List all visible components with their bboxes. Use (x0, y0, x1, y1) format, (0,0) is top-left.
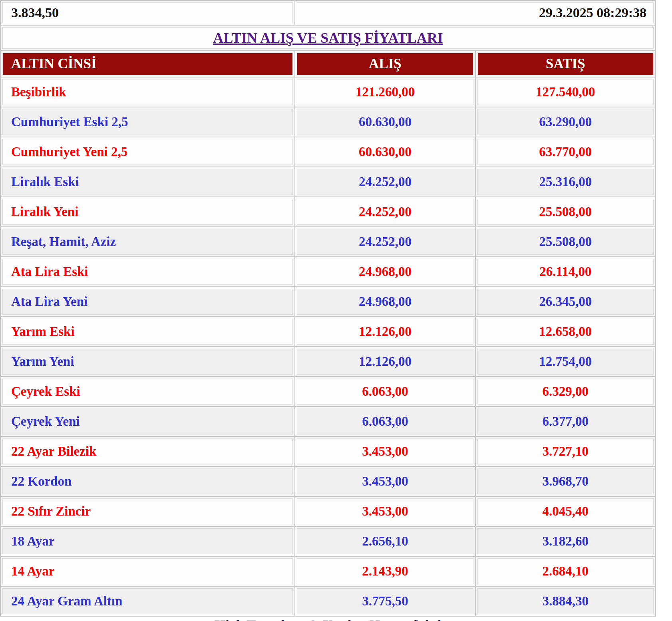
buy-price-cell: 60.630,00 (295, 107, 475, 137)
buy-price-cell: 24.252,00 (295, 227, 475, 256)
gold-type-cell: Çeyrek Eski (1, 377, 294, 406)
sell-price-cell: 25.508,00 (476, 197, 655, 226)
buy-price-cell: 24.252,00 (295, 197, 475, 226)
column-header-buy: ALIŞ (295, 51, 475, 77)
sell-price-cell: 12.658,00 (476, 317, 655, 346)
gold-type-cell: Liralık Yeni (1, 197, 294, 226)
sell-price-cell: 2.684,10 (476, 557, 655, 586)
price-row: Liralık Yeni 24.252,00 25.508,00 (1, 197, 655, 226)
sell-price-cell: 25.508,00 (476, 227, 655, 256)
buy-price-cell: 24.252,00 (295, 167, 475, 196)
price-row: Ata Lira Eski 24.968,00 26.114,00 (1, 257, 655, 286)
sell-price-cell: 63.290,00 (476, 107, 655, 137)
gold-type-cell: Cumhuriyet Yeni 2,5 (1, 137, 294, 167)
sell-price-cell: 3.968,70 (476, 467, 655, 496)
gold-type-cell: Liralık Eski (1, 167, 294, 196)
gold-type-cell: 24 Ayar Gram Altın (1, 587, 294, 616)
gold-type-cell: 22 Ayar Bilezik (1, 437, 294, 466)
gold-type-cell: Cumhuriyet Eski 2,5 (1, 107, 294, 137)
price-row: 14 Ayar 2.143,90 2.684,10 (1, 557, 655, 586)
info-bar: 3.834,50 29.3.2025 08:29:38 (1, 1, 655, 25)
price-row: Cumhuriyet Yeni 2,5 60.630,00 63.770,00 (1, 137, 655, 167)
gold-type-cell: Çeyrek Yeni (1, 407, 294, 436)
buy-price-cell: 6.063,00 (295, 377, 475, 406)
column-header-sell: SATIŞ (476, 51, 655, 77)
buy-price-cell: 3.775,50 (295, 587, 475, 616)
buy-price-cell: 6.063,00 (295, 407, 475, 436)
gold-type-cell: 22 Sıfır Zincir (1, 497, 294, 526)
sell-price-cell: 26.114,00 (476, 257, 655, 286)
gold-type-cell: 22 Kordon (1, 467, 294, 496)
price-row: Yarım Eski 12.126,00 12.658,00 (1, 317, 655, 346)
gold-type-cell: 18 Ayar (1, 527, 294, 556)
gram-price-value: 3.834,50 (1, 1, 294, 25)
gold-type-cell: Reşat, Hamit, Aziz (1, 227, 294, 256)
price-row: Cumhuriyet Eski 2,5 60.630,00 63.290,00 (1, 107, 655, 137)
price-row: 24 Ayar Gram Altın 3.775,50 3.884,30 (1, 587, 655, 616)
buy-price-cell: 24.968,00 (295, 287, 475, 316)
gold-type-cell: Ata Lira Eski (1, 257, 294, 286)
price-row: Liralık Eski 24.252,00 25.316,00 (1, 167, 655, 196)
gold-type-cell: Yarım Yeni (1, 347, 294, 376)
buy-price-cell: 24.968,00 (295, 257, 475, 286)
buy-price-cell: 2.143,90 (295, 557, 475, 586)
price-row: Ata Lira Yeni 24.968,00 26.345,00 (1, 287, 655, 316)
column-header-gold-type: ALTIN CİNSİ (1, 51, 294, 77)
gold-type-cell: 14 Ayar (1, 557, 294, 586)
gold-price-screen: { "header_bar": { "gram_price": "3.834,5… (0, 0, 672, 621)
sell-price-cell: 3.182,60 (476, 527, 655, 556)
sell-price-cell: 6.329,00 (476, 377, 655, 406)
buy-price-cell: 60.630,00 (295, 137, 475, 167)
gold-type-cell: Yarım Eski (1, 317, 294, 346)
buy-price-cell: 2.656,10 (295, 527, 475, 556)
column-header-row: ALTIN CİNSİ ALIŞ SATIŞ (1, 51, 655, 77)
price-row: Çeyrek Yeni 6.063,00 6.377,00 (1, 407, 655, 436)
buy-price-cell: 12.126,00 (295, 317, 475, 346)
buy-price-cell: 121.260,00 (295, 77, 475, 107)
price-row: 22 Kordon 3.453,00 3.968,70 (1, 467, 655, 496)
gold-price-table: 3.834,50 29.3.2025 08:29:38 ALTIN ALIŞ V… (0, 0, 656, 617)
datetime-value: 29.3.2025 08:29:38 (295, 1, 655, 25)
sell-price-cell: 3.727,10 (476, 437, 655, 466)
gold-type-cell: Beşibirlik (1, 77, 294, 107)
sell-price-cell: 26.345,00 (476, 287, 655, 316)
price-row: 22 Ayar Bilezik 3.453,00 3.727,10 (1, 437, 655, 466)
title-cell: ALTIN ALIŞ VE SATIŞ FİYATLARI (1, 26, 655, 50)
sell-price-cell: 63.770,00 (476, 137, 655, 167)
gold-type-cell: Ata Lira Yeni (1, 287, 294, 316)
sell-price-cell: 6.377,00 (476, 407, 655, 436)
price-row: Çeyrek Eski 6.063,00 6.329,00 (1, 377, 655, 406)
sell-price-cell: 127.540,00 (476, 77, 655, 107)
sell-price-cell: 12.754,00 (476, 347, 655, 376)
sell-price-cell: 3.884,30 (476, 587, 655, 616)
price-row: Beşibirlik 121.260,00 127.540,00 (1, 77, 655, 107)
title-row: ALTIN ALIŞ VE SATIŞ FİYATLARI (1, 26, 655, 50)
sell-price-cell: 4.045,40 (476, 497, 655, 526)
price-row: Reşat, Hamit, Aziz 24.252,00 25.508,00 (1, 227, 655, 256)
buy-price-cell: 3.453,00 (295, 437, 475, 466)
footer-credit: High Tecnology & Yazılım Nanosoft ltd (0, 617, 656, 621)
price-row: 22 Sıfır Zincir 3.453,00 4.045,40 (1, 497, 655, 526)
buy-price-cell: 12.126,00 (295, 347, 475, 376)
price-row: Yarım Yeni 12.126,00 12.754,00 (1, 347, 655, 376)
price-row: 18 Ayar 2.656,10 3.182,60 (1, 527, 655, 556)
page-title-link[interactable]: ALTIN ALIŞ VE SATIŞ FİYATLARI (213, 30, 443, 46)
buy-price-cell: 3.453,00 (295, 497, 475, 526)
sell-price-cell: 25.316,00 (476, 167, 655, 196)
buy-price-cell: 3.453,00 (295, 467, 475, 496)
